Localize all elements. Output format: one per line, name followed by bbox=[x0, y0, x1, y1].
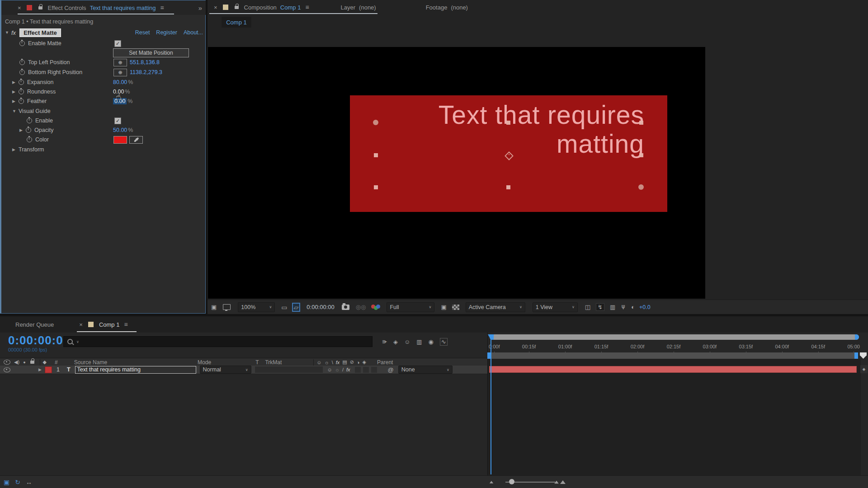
parent-dropdown[interactable]: None ∨ bbox=[398, 366, 453, 374]
reset-link[interactable]: Reset bbox=[135, 29, 150, 36]
parent-pickwhip-icon[interactable]: @ bbox=[388, 366, 394, 373]
panel-target-name[interactable]: Comp 1 bbox=[280, 4, 301, 11]
stopwatch-icon[interactable] bbox=[19, 99, 24, 104]
comp-viewer[interactable]: Text that requires matting bbox=[208, 47, 705, 299]
stopwatch-icon[interactable] bbox=[27, 137, 32, 142]
zoom-out-mountain-icon[interactable] bbox=[490, 481, 493, 483]
current-time-display[interactable]: 0:00:00:00 bbox=[8, 333, 70, 347]
panel-menu-icon[interactable]: ≡ bbox=[305, 4, 309, 11]
footage-panel-tab[interactable]: Footage bbox=[426, 4, 448, 11]
work-area-bar[interactable] bbox=[487, 352, 858, 359]
expand-icon[interactable]: ▶ bbox=[12, 99, 19, 103]
lock-icon[interactable] bbox=[38, 6, 42, 9]
color-swatch[interactable] bbox=[113, 136, 127, 144]
close-icon[interactable]: × bbox=[214, 4, 217, 11]
effect-collapse-icon[interactable]: ▼ bbox=[5, 30, 11, 35]
mode-column-header[interactable]: Mode bbox=[198, 359, 211, 366]
layer-color-swatch[interactable] bbox=[45, 366, 52, 373]
vg-enable-checkbox[interactable]: ✓ bbox=[114, 117, 121, 124]
panel-overflow-icon[interactable]: » bbox=[198, 4, 202, 12]
layer-panel-tab[interactable]: Layer bbox=[341, 4, 356, 11]
comp-text[interactable]: Text that requires matting bbox=[357, 100, 644, 158]
snapshot-icon[interactable] bbox=[342, 305, 349, 310]
selection-handle[interactable] bbox=[639, 153, 643, 157]
track-area[interactable] bbox=[487, 359, 861, 475]
trkmat-column-header[interactable]: TrkMat bbox=[265, 359, 282, 366]
tab-menu-icon[interactable]: ≡ bbox=[124, 321, 127, 328]
graph-editor-icon[interactable]: ∿ bbox=[440, 338, 448, 346]
number-column-header[interactable]: # bbox=[55, 359, 58, 366]
primary-viewer-icon[interactable]: ▣ bbox=[211, 304, 217, 310]
enable-matte-checkbox[interactable]: ✓ bbox=[114, 40, 121, 47]
render-queue-tab[interactable]: Render Queue bbox=[15, 321, 54, 328]
selection-handle[interactable] bbox=[638, 184, 644, 190]
top-left-position-value[interactable]: 551.8,136.8 bbox=[130, 59, 160, 66]
viewer-timecode[interactable]: 0:00:00:00 bbox=[307, 304, 334, 310]
panel-title[interactable]: Effect Controls bbox=[48, 5, 86, 11]
stopwatch-icon[interactable] bbox=[26, 127, 31, 133]
expand-icon[interactable]: ▶ bbox=[12, 147, 19, 152]
eyedropper-icon[interactable] bbox=[129, 136, 143, 144]
source-name-column-header[interactable]: Source Name bbox=[74, 359, 107, 366]
parent-column-header[interactable]: Parent bbox=[377, 359, 393, 366]
flowchart-icon[interactable]: ⋔ bbox=[621, 304, 626, 310]
show-snapshot-icon[interactable]: ◎◎ bbox=[356, 304, 366, 310]
expand-icon[interactable]: ▶ bbox=[12, 89, 19, 94]
expand-icon[interactable]: ▶ bbox=[12, 80, 19, 84]
panel-menu-icon[interactable]: ≡ bbox=[160, 4, 164, 11]
navigator-end-handle[interactable] bbox=[855, 334, 859, 340]
motion-blur-icon[interactable]: ◉ bbox=[428, 338, 433, 345]
region-icon[interactable]: ▣ bbox=[441, 304, 446, 310]
layer-shy-toggle[interactable]: ☺ bbox=[327, 367, 332, 372]
search-input[interactable]: ∨ bbox=[63, 336, 373, 347]
layer-3d-cell[interactable] bbox=[371, 367, 377, 373]
playhead-line[interactable] bbox=[491, 339, 491, 474]
expand-timeline-icon[interactable]: ↔ bbox=[26, 479, 32, 486]
mini-flowchart-icon[interactable]: ⋔ bbox=[381, 339, 388, 344]
roi-icon[interactable]: ▭ bbox=[281, 304, 287, 311]
panel-title[interactable]: Composition bbox=[244, 4, 277, 11]
layer-frame-blend-cell[interactable] bbox=[355, 367, 361, 373]
monitor-icon[interactable] bbox=[223, 304, 231, 310]
lock-icon[interactable] bbox=[235, 6, 239, 9]
fast-previews-icon[interactable]: ↯ bbox=[596, 303, 604, 311]
effect-name[interactable]: Effect Matte bbox=[19, 28, 61, 37]
expand-icon[interactable]: ▶ bbox=[19, 128, 26, 132]
frame-blending-icon[interactable]: ▥ bbox=[416, 338, 422, 345]
zoom-in-mountains-icon[interactable] bbox=[554, 480, 566, 484]
layer-duration-bar[interactable] bbox=[489, 366, 857, 373]
layer-name[interactable]: Text that requires matting bbox=[75, 366, 196, 374]
t-column-header[interactable]: T bbox=[255, 359, 259, 366]
timeline-zoom-knob[interactable] bbox=[509, 479, 514, 484]
layer-quality-toggle[interactable]: / bbox=[342, 367, 344, 372]
trkmat-cell[interactable] bbox=[255, 366, 323, 373]
selection-handle[interactable] bbox=[506, 121, 510, 125]
collapse-icon[interactable]: ▼ bbox=[12, 109, 19, 113]
layer-fx-toggle[interactable]: fx bbox=[346, 367, 350, 372]
track-options-icon[interactable]: ◈ bbox=[860, 365, 868, 373]
comp-subtab[interactable]: Comp 1 bbox=[222, 17, 251, 28]
guides-grid-icon[interactable]: ▱ bbox=[292, 303, 301, 312]
work-area-end-handle[interactable] bbox=[854, 352, 858, 359]
layer-collapse-toggle[interactable]: ☼ bbox=[335, 367, 340, 372]
register-link[interactable]: Register bbox=[156, 29, 177, 36]
selection-handle[interactable] bbox=[506, 185, 510, 189]
resolution-dropdown[interactable]: Full ∨ bbox=[387, 302, 434, 312]
blend-mode-dropdown[interactable]: Normal ∨ bbox=[200, 366, 251, 374]
layer-expand-icon[interactable]: ▶ bbox=[38, 367, 45, 372]
stopwatch-icon[interactable] bbox=[19, 60, 25, 65]
share-view-icon[interactable]: ◫ bbox=[585, 304, 590, 310]
close-icon[interactable]: × bbox=[79, 321, 83, 328]
exposure-value[interactable]: +0.0 bbox=[639, 304, 651, 310]
render-current-frame-icon[interactable]: ▣ bbox=[4, 479, 9, 486]
close-icon[interactable]: × bbox=[18, 5, 21, 11]
bottom-right-position-value[interactable]: 1138.2,279.3 bbox=[130, 69, 162, 75]
time-ruler[interactable]: 0:00f 00:15f 01:00f 01:15f 02:00f 02:15f… bbox=[488, 342, 861, 352]
selection-handle[interactable] bbox=[373, 120, 378, 125]
stopwatch-icon[interactable] bbox=[19, 80, 24, 85]
timeline-button-icon[interactable]: ▥ bbox=[610, 304, 615, 310]
magnification-dropdown[interactable]: 100% ∨ bbox=[238, 302, 275, 312]
layer-visibility-toggle[interactable] bbox=[4, 367, 10, 372]
about-link[interactable]: About... bbox=[184, 29, 203, 36]
layer-motion-blur-cell[interactable] bbox=[363, 367, 369, 373]
